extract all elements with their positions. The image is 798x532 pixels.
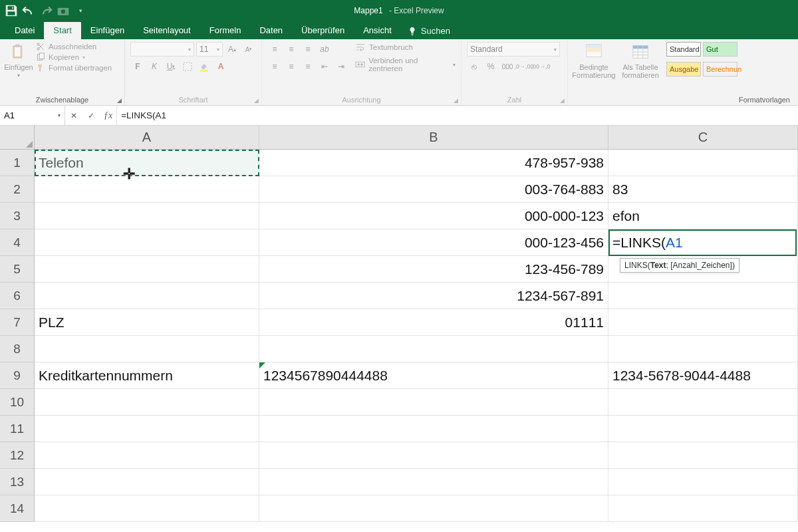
- cell-b11[interactable]: [259, 416, 608, 442]
- cell-b3[interactable]: 000-000-123: [259, 203, 608, 229]
- format-painter-button[interactable]: Format übertragen: [36, 63, 112, 72]
- cell-b10[interactable]: [259, 389, 608, 416]
- cell-c7[interactable]: [608, 309, 798, 336]
- cell-a8[interactable]: [35, 336, 259, 362]
- borders-button[interactable]: [180, 59, 195, 74]
- cell-c13[interactable]: [608, 469, 798, 495]
- save-icon[interactable]: [4, 3, 19, 18]
- row-header-6[interactable]: 6: [0, 283, 35, 309]
- cell-b1[interactable]: 478-957-938: [259, 150, 608, 176]
- paste-button[interactable]: Einfügen ▾: [5, 42, 32, 78]
- select-all-corner[interactable]: [0, 126, 35, 150]
- row-header-7[interactable]: 7: [0, 309, 35, 336]
- decrease-decimal-button[interactable]: ,00→,0: [533, 59, 548, 74]
- align-bottom-button[interactable]: ≡: [301, 42, 315, 57]
- tell-me-search[interactable]: Suchen: [401, 23, 457, 39]
- style-gut[interactable]: Gut: [703, 42, 737, 57]
- row-header-10[interactable]: 10: [0, 389, 35, 416]
- fill-color-button[interactable]: [197, 59, 211, 74]
- col-header-a[interactable]: A: [35, 126, 259, 150]
- tab-ueberpruefen[interactable]: Überprüfen: [292, 22, 354, 39]
- style-ausgabe[interactable]: Ausgabe: [666, 62, 701, 76]
- cell-c14[interactable]: [608, 495, 798, 522]
- cell-b8[interactable]: [259, 336, 608, 362]
- worksheet-grid[interactable]: ABC 1234567891011121314 Telefon478-957-9…: [0, 126, 798, 532]
- format-as-table-button[interactable]: Als Tabelle formatieren: [620, 42, 661, 79]
- align-left-button[interactable]: ≡: [267, 59, 282, 74]
- launcher-icon[interactable]: ◢: [454, 97, 458, 104]
- cell-b9[interactable]: 1234567890444488: [259, 362, 608, 389]
- italic-button[interactable]: K: [147, 59, 162, 74]
- bold-button[interactable]: F: [130, 59, 145, 74]
- number-format-select[interactable]: Standard▾: [467, 42, 560, 57]
- cell-c8[interactable]: [608, 336, 798, 362]
- merge-center-button[interactable]: Verbinden und zentrieren▾: [355, 57, 456, 72]
- row-header-5[interactable]: 5: [0, 256, 35, 283]
- font-color-button[interactable]: A: [213, 59, 228, 74]
- row-header-13[interactable]: 13: [0, 469, 35, 495]
- name-box[interactable]: A1▾: [0, 106, 65, 125]
- cell-c6[interactable]: [608, 283, 798, 309]
- cell-a5[interactable]: [35, 256, 259, 283]
- cell-a1[interactable]: Telefon: [35, 150, 259, 176]
- cell-c2[interactable]: 83: [608, 176, 798, 203]
- cell-a14[interactable]: [35, 495, 259, 522]
- cell-b4[interactable]: 000-123-456: [259, 229, 608, 256]
- font-name-select[interactable]: ▾: [130, 42, 194, 57]
- cell-b14[interactable]: [259, 495, 608, 522]
- tab-einfuegen[interactable]: Einfügen: [81, 22, 134, 39]
- cell-a3[interactable]: [35, 203, 259, 229]
- cell-a6[interactable]: [35, 283, 259, 309]
- cell-c10[interactable]: [608, 389, 798, 416]
- cell-b13[interactable]: [259, 469, 608, 495]
- style-berechnung[interactable]: Berechnun: [703, 62, 737, 76]
- cell-c9[interactable]: 1234-5678-9044-4488: [608, 362, 798, 389]
- cell-a13[interactable]: [35, 469, 259, 495]
- cell-a9[interactable]: Kreditkartennummern: [35, 362, 259, 389]
- cell-a7[interactable]: PLZ: [35, 309, 259, 336]
- tab-ansicht[interactable]: Ansicht: [354, 22, 401, 39]
- align-top-button[interactable]: ≡: [267, 42, 282, 57]
- decrease-indent-button[interactable]: ⇤: [317, 59, 332, 74]
- row-header-4[interactable]: 4: [0, 229, 35, 256]
- underline-button[interactable]: U▾: [164, 59, 178, 74]
- shrink-font-button[interactable]: A▾: [241, 42, 256, 57]
- row-header-14[interactable]: 14: [0, 495, 35, 522]
- cell-editor-c4[interactable]: =LINKS(A1: [608, 229, 797, 256]
- camera-icon[interactable]: [56, 3, 70, 18]
- align-right-button[interactable]: ≡: [301, 59, 315, 74]
- cell-c12[interactable]: [608, 442, 798, 469]
- fx-icon[interactable]: ƒx: [100, 110, 116, 121]
- cell-b2[interactable]: 003-764-883: [259, 176, 608, 203]
- cell-a10[interactable]: [35, 389, 259, 416]
- cell-b6[interactable]: 1234-567-891: [259, 283, 608, 309]
- cell-b12[interactable]: [259, 442, 608, 469]
- cut-button[interactable]: Ausschneiden: [36, 42, 112, 51]
- enter-formula-button[interactable]: ✓: [82, 106, 100, 125]
- conditional-formatting-button[interactable]: Bedingte Formatierung: [573, 42, 614, 79]
- launcher-icon[interactable]: ◢: [560, 97, 565, 104]
- font-size-select[interactable]: 11▾: [196, 42, 223, 57]
- cell-b5[interactable]: 123-456-789: [259, 256, 608, 283]
- increase-indent-button[interactable]: ⇥: [334, 59, 348, 74]
- cell-a12[interactable]: [35, 442, 259, 469]
- row-header-8[interactable]: 8: [0, 336, 35, 362]
- row-header-12[interactable]: 12: [0, 442, 35, 469]
- comma-button[interactable]: 000: [500, 59, 515, 74]
- cancel-formula-button[interactable]: ✕: [65, 106, 82, 125]
- row-header-11[interactable]: 11: [0, 416, 35, 442]
- copy-button[interactable]: Kopieren ▾: [36, 53, 112, 62]
- col-header-b[interactable]: B: [259, 126, 608, 150]
- tab-start[interactable]: Start: [44, 22, 80, 39]
- tab-daten[interactable]: Daten: [250, 22, 292, 39]
- formula-input[interactable]: =LINKS(A1: [117, 106, 798, 125]
- col-header-c[interactable]: C: [608, 126, 798, 150]
- cell-a4[interactable]: [35, 229, 259, 256]
- align-middle-button[interactable]: ≡: [284, 42, 299, 57]
- accounting-button[interactable]: ⎋: [467, 59, 481, 74]
- undo-icon[interactable]: [21, 3, 36, 18]
- row-header-9[interactable]: 9: [0, 362, 35, 389]
- launcher-icon[interactable]: ◢: [117, 97, 122, 104]
- wrap-text-button[interactable]: Textumbruch: [355, 42, 456, 53]
- qat-customize-icon[interactable]: ▾: [73, 3, 88, 18]
